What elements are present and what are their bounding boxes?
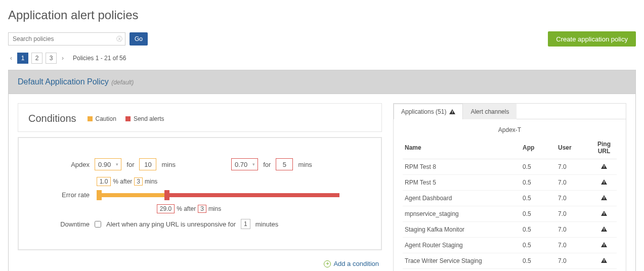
- conditions-heading: Conditions: [28, 113, 76, 124]
- table-row: RPM Test 50.57.0: [403, 175, 617, 191]
- table-row: Agent Dashboard0.57.0: [403, 191, 617, 206]
- apdex-caution-mins-input[interactable]: 10: [139, 158, 156, 170]
- col-user: User: [556, 138, 591, 159]
- policy-default-tag: (default): [111, 79, 134, 86]
- plus-circle-icon: +: [324, 260, 331, 267]
- cell-app: 0.5: [521, 159, 556, 175]
- apdex-alert-select[interactable]: 0.70▾: [231, 158, 258, 170]
- error-rate-caution-mins-label: mins: [145, 178, 157, 185]
- tab-alert-channels[interactable]: Alert channels: [463, 104, 517, 119]
- cell-name: mpnservice_staging: [403, 206, 521, 222]
- tab-applications[interactable]: Applications (51): [394, 104, 463, 119]
- pager-page-1[interactable]: 1: [17, 53, 28, 64]
- cell-user: 7.0: [556, 238, 591, 253]
- cell-ping: [591, 159, 617, 175]
- applications-panel: Applications (51) Alert channels Apdex-T…: [393, 103, 626, 271]
- table-row: Staging Kafka Monitor0.57.0: [403, 222, 617, 238]
- cell-app: 0.5: [521, 206, 556, 222]
- apdex-alert-for-label: for: [263, 161, 271, 168]
- downtime-text-after: minutes: [255, 220, 279, 228]
- pagination: ‹ 1 2 3 › Policies 1 - 21 of 56: [8, 53, 636, 64]
- cell-app: 0.5: [521, 238, 556, 253]
- downtime-checkbox[interactable]: [95, 221, 101, 228]
- error-rate-label: Error rate: [59, 191, 90, 199]
- cell-app: 0.5: [521, 222, 556, 238]
- policy-card: Default Application Policy (default) Con…: [8, 70, 636, 271]
- downtime-minutes-input[interactable]: 1: [241, 219, 250, 229]
- cell-user: 7.0: [556, 175, 591, 191]
- error-rate-caution-value[interactable]: 1.0: [97, 177, 111, 186]
- col-app: App: [521, 138, 556, 159]
- col-ping: Ping URL: [591, 138, 617, 159]
- downtime-text-before: Alert when any ping URL is unresponsive …: [106, 220, 236, 228]
- apdex-label: Apdex: [59, 161, 90, 168]
- apdex-alert-mins-input[interactable]: 5: [276, 158, 293, 170]
- cell-app: 0.5: [521, 175, 556, 191]
- legend-caution: Caution: [88, 115, 116, 122]
- search-policies-input-wrap: ⓧ: [8, 32, 125, 46]
- cell-app: 0.5: [521, 191, 556, 206]
- cell-user: 7.0: [556, 191, 591, 206]
- legend-alert: Send alerts: [125, 115, 164, 122]
- warning-icon: [601, 211, 607, 216]
- apdex-row: Apdex 0.90▾ for 10 mins 0.70▾ for 5 mins: [59, 158, 351, 170]
- warning-icon: [601, 179, 607, 185]
- error-rate-caution-handle[interactable]: [97, 190, 102, 200]
- create-policy-button[interactable]: Create application policy: [548, 31, 636, 47]
- cell-user: 7.0: [556, 222, 591, 238]
- cell-ping: [591, 238, 617, 253]
- pager-page-3[interactable]: 3: [46, 53, 57, 64]
- policy-name[interactable]: Default Application Policy: [18, 77, 109, 86]
- alert-swatch-icon: [125, 116, 131, 121]
- apdex-mins-label-2: mins: [298, 161, 312, 168]
- cell-ping: [591, 222, 617, 238]
- cell-ping: [591, 191, 617, 206]
- cell-name: Agent Dashboard: [403, 191, 521, 206]
- error-rate-slider[interactable]: 1.0 % after 3 mins: [97, 193, 339, 197]
- cell-user: 7.0: [556, 253, 591, 269]
- error-rate-row: Error rate 1.0 % after 3 mins: [59, 191, 351, 199]
- clear-search-icon[interactable]: ⓧ: [116, 35, 122, 43]
- cell-name: Trace Writer Service Staging: [403, 253, 521, 269]
- warning-icon: [601, 164, 607, 169]
- pager-status: Policies 1 - 21 of 56: [73, 55, 126, 62]
- col-name: Name: [403, 138, 521, 159]
- error-rate-caution-after-label: % after: [113, 178, 132, 185]
- policy-header: Default Application Policy (default): [9, 70, 635, 94]
- error-rate-alert-value[interactable]: 29.0: [157, 204, 175, 213]
- pager-page-2[interactable]: 2: [31, 53, 42, 64]
- table-row: RPM Test 80.57.0: [403, 159, 617, 175]
- applications-table: Name App User Ping URL RPM Test 80.57.0R…: [403, 138, 617, 269]
- cell-user: 7.0: [556, 206, 591, 222]
- warning-icon: [601, 195, 607, 200]
- apdex-caution-select[interactable]: 0.90▾: [95, 158, 121, 170]
- apdex-mins-label-1: mins: [161, 161, 175, 168]
- table-row: mpnservice_staging0.57.0: [403, 206, 617, 222]
- warning-icon: [601, 227, 607, 232]
- chevron-down-icon: ▾: [252, 162, 255, 167]
- apdex-t-title: Apdex-T: [403, 126, 617, 133]
- search-policies-input[interactable]: [8, 32, 125, 46]
- pager-next-icon[interactable]: ›: [60, 55, 66, 62]
- cell-ping: [591, 175, 617, 191]
- cell-name: RPM Test 5: [403, 175, 521, 191]
- warning-icon: [601, 258, 607, 263]
- error-rate-alert-mins-input[interactable]: 3: [198, 205, 206, 213]
- downtime-row: Downtime Alert when any ping URL is unre…: [59, 219, 351, 229]
- error-rate-caution-mins-input[interactable]: 3: [134, 177, 143, 186]
- error-rate-alert-mins-label: mins: [208, 205, 221, 212]
- cell-name: RPM Test 8: [403, 159, 521, 175]
- error-rate-alert-after-label: % after: [177, 205, 196, 212]
- table-row: Trace Writer Service Staging0.57.0: [403, 253, 617, 269]
- add-condition-link[interactable]: + Add a condition: [324, 260, 379, 267]
- go-button[interactable]: Go: [130, 32, 148, 46]
- cell-user: 7.0: [556, 159, 591, 175]
- apdex-caution-for-label: for: [126, 161, 134, 168]
- page-title: Application alert policies: [8, 8, 636, 22]
- warning-icon: [601, 242, 607, 247]
- chevron-down-icon: ▾: [116, 162, 118, 167]
- table-row: Agent Router Staging0.57.0: [403, 238, 617, 253]
- pager-prev-icon[interactable]: ‹: [8, 55, 14, 62]
- warning-icon: [449, 109, 455, 114]
- cell-name: Staging Kafka Monitor: [403, 222, 521, 238]
